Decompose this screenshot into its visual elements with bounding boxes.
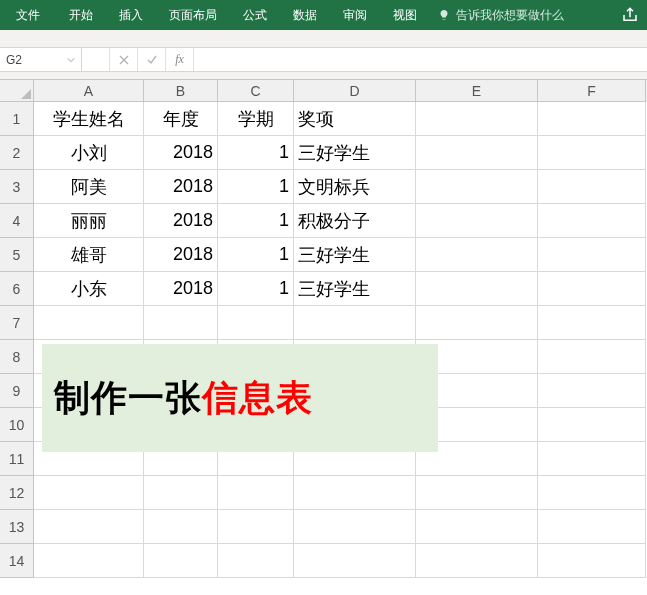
cell-e6[interactable] [416,272,538,306]
row-header-8[interactable]: 8 [0,340,34,374]
ribbon-tab-review[interactable]: 审阅 [330,0,380,30]
col-header-d[interactable]: D [294,80,416,102]
cell-f11[interactable] [538,442,646,476]
fx-button[interactable]: fx [166,48,194,71]
cell-a5[interactable]: 雄哥 [34,238,144,272]
cell-d12[interactable] [294,476,416,510]
cell-f10[interactable] [538,408,646,442]
cell-b14[interactable] [144,544,218,578]
cell-c5[interactable]: 1 [218,238,294,272]
cell-d13[interactable] [294,510,416,544]
cell-d5[interactable]: 三好学生 [294,238,416,272]
cell-c1[interactable]: 学期 [218,102,294,136]
cell-a13[interactable] [34,510,144,544]
cell-c4[interactable]: 1 [218,204,294,238]
col-header-c[interactable]: C [218,80,294,102]
ribbon-tab-file[interactable]: 文件 [0,0,56,30]
cell-c7[interactable] [218,306,294,340]
cell-d14[interactable] [294,544,416,578]
row-header-6[interactable]: 6 [0,272,34,306]
cell-b6[interactable]: 2018 [144,272,218,306]
cell-e3[interactable] [416,170,538,204]
row-header-4[interactable]: 4 [0,204,34,238]
cell-f5[interactable] [538,238,646,272]
cell-e14[interactable] [416,544,538,578]
cell-f6[interactable] [538,272,646,306]
confirm-formula-button[interactable] [138,48,166,71]
cell-a4[interactable]: 丽丽 [34,204,144,238]
cell-c13[interactable] [218,510,294,544]
ribbon-tab-insert[interactable]: 插入 [106,0,156,30]
cell-a6[interactable]: 小东 [34,272,144,306]
cell-b2[interactable]: 2018 [144,136,218,170]
cell-f3[interactable] [538,170,646,204]
cell-a14[interactable] [34,544,144,578]
cell-b5[interactable]: 2018 [144,238,218,272]
row-header-3[interactable]: 3 [0,170,34,204]
cell-a2[interactable]: 小刘 [34,136,144,170]
ribbon-tab-view[interactable]: 视图 [380,0,430,30]
cell-f2[interactable] [538,136,646,170]
cell-e13[interactable] [416,510,538,544]
ribbon-tab-formulas[interactable]: 公式 [230,0,280,30]
cell-d7[interactable] [294,306,416,340]
row-header-2[interactable]: 2 [0,136,34,170]
cell-e1[interactable] [416,102,538,136]
cell-d3[interactable]: 文明标兵 [294,170,416,204]
cell-b3[interactable]: 2018 [144,170,218,204]
row-header-11[interactable]: 11 [0,442,34,476]
cell-f12[interactable] [538,476,646,510]
cell-d4[interactable]: 积极分子 [294,204,416,238]
ribbon-tab-page-layout[interactable]: 页面布局 [156,0,230,30]
row-header-5[interactable]: 5 [0,238,34,272]
row-header-14[interactable]: 14 [0,544,34,578]
cancel-formula-button[interactable] [110,48,138,71]
cell-a3[interactable]: 阿美 [34,170,144,204]
cell-f7[interactable] [538,306,646,340]
cell-b12[interactable] [144,476,218,510]
cell-f4[interactable] [538,204,646,238]
row-header-1[interactable]: 1 [0,102,34,136]
cell-e7[interactable] [416,306,538,340]
row-header-10[interactable]: 10 [0,408,34,442]
cell-a7[interactable] [34,306,144,340]
cell-b1[interactable]: 年度 [144,102,218,136]
formula-input[interactable] [194,48,647,71]
row-header-13[interactable]: 13 [0,510,34,544]
cell-d1[interactable]: 奖项 [294,102,416,136]
row-header-7[interactable]: 7 [0,306,34,340]
cell-c6[interactable]: 1 [218,272,294,306]
cell-b7[interactable] [144,306,218,340]
cell-e4[interactable] [416,204,538,238]
row-header-12[interactable]: 12 [0,476,34,510]
cell-e2[interactable] [416,136,538,170]
share-icon[interactable] [621,6,639,24]
ribbon-tab-data[interactable]: 数据 [280,0,330,30]
tell-me-search[interactable]: 告诉我你想要做什么 [438,7,564,24]
cell-f13[interactable] [538,510,646,544]
ribbon-tab-home[interactable]: 开始 [56,0,106,30]
cell-e5[interactable] [416,238,538,272]
col-header-e[interactable]: E [416,80,538,102]
col-header-b[interactable]: B [144,80,218,102]
cell-e12[interactable] [416,476,538,510]
cell-d6[interactable]: 三好学生 [294,272,416,306]
select-all-corner[interactable] [0,80,34,102]
cell-c12[interactable] [218,476,294,510]
cell-f1[interactable] [538,102,646,136]
name-box[interactable]: G2 [0,48,82,71]
cell-a12[interactable] [34,476,144,510]
row-header-9[interactable]: 9 [0,374,34,408]
cell-f8[interactable] [538,340,646,374]
col-header-f[interactable]: F [538,80,646,102]
cell-f9[interactable] [538,374,646,408]
cell-b4[interactable]: 2018 [144,204,218,238]
cell-b13[interactable] [144,510,218,544]
cell-c2[interactable]: 1 [218,136,294,170]
col-header-a[interactable]: A [34,80,144,102]
cell-d2[interactable]: 三好学生 [294,136,416,170]
cell-c14[interactable] [218,544,294,578]
cell-c3[interactable]: 1 [218,170,294,204]
cell-a1[interactable]: 学生姓名 [34,102,144,136]
cell-f14[interactable] [538,544,646,578]
